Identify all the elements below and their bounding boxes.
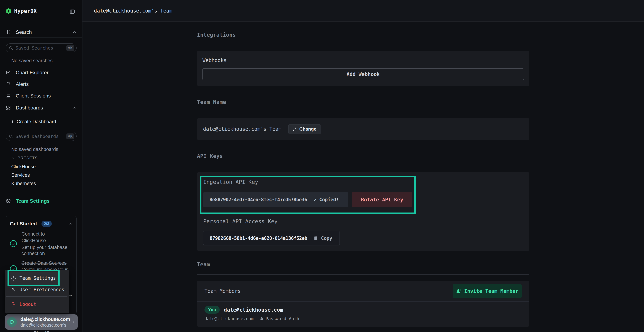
lock-icon [260, 316, 264, 321]
chevron-right-icon [72, 319, 76, 325]
app-title: HyperDX [14, 8, 37, 14]
main-panel: dale@clickhouse.com's Team Integrations … [82, 0, 644, 332]
sidebar-section-search[interactable]: Search [6, 29, 77, 35]
chevron-down-icon [11, 156, 15, 160]
team-members-card: Team Members Invite Team Member [197, 281, 529, 327]
sidebar-item-chart-explorer[interactable]: Chart Explorer [6, 69, 77, 76]
search-section-label: Search [16, 29, 32, 35]
check-icon: ✓ [314, 197, 317, 202]
rotate-api-key-button[interactable]: Rotate API Key [352, 192, 412, 207]
page-header: dale@clickhouse.com's Team [82, 0, 644, 22]
personal-key-box[interactable]: 87982668-58b1-4d6e-a620-014a136f52eb Cop… [203, 231, 340, 246]
preset-item-services[interactable]: Services [11, 172, 30, 178]
menu-item-label: Logout [20, 302, 36, 307]
menu-item-label: User Preferences [20, 287, 64, 292]
ingestion-key-chip[interactable]: 8e887902-4ed7-44ea-8fec-f47cd578be36 ✓ C… [203, 192, 348, 207]
hyperdx-logo-icon [6, 8, 11, 14]
chart-explorer-icon [6, 70, 11, 76]
change-team-name-button[interactable]: Change [288, 124, 320, 134]
sidebar-divider [0, 113, 82, 113]
sidebar-item-alerts[interactable]: Alerts [6, 81, 77, 88]
section-rule [197, 45, 529, 45]
dashboards-icon [6, 105, 11, 111]
cloud-link[interactable]: Cloud? [0, 330, 82, 332]
api-keys-card: Ingestion API Key 8e887902-4ed7-44ea-8fe… [197, 172, 529, 251]
section-team: Team Team Members Invite Team Member [197, 261, 529, 327]
search-icon [9, 134, 13, 139]
ingestion-key-label: Ingestion API Key [203, 179, 523, 185]
get-started-title: Get Started [10, 221, 37, 227]
menu-item-logout[interactable]: Logout [10, 299, 58, 309]
get-started-progress-badge: 2/3 [42, 221, 52, 227]
avatar: D [7, 317, 17, 327]
section-title: Integrations [197, 32, 529, 38]
member-email: dale@clickhouse.com [204, 316, 254, 321]
menu-item-team-settings[interactable]: Team Settings [10, 272, 58, 284]
no-saved-dashboards-note: No saved dashboards [11, 147, 58, 152]
chevron-up-icon [72, 106, 77, 110]
user-account-chip[interactable]: D dale@clickhouse.com dale@clickhouse.co… [5, 314, 78, 330]
app-logo: HyperDX [6, 8, 37, 14]
sidebar-item-label: Alerts [16, 82, 29, 87]
section-title: Team [197, 261, 529, 268]
copy-button-label: Copy [321, 236, 332, 241]
cmd-k-shortcut: ⌘K [66, 45, 74, 51]
user-email: dale@clickhouse.com [20, 316, 70, 322]
presets-label: PRESETS [18, 156, 38, 160]
laptop-icon [6, 93, 11, 99]
copied-label: Copied! [319, 197, 339, 202]
search-icon [9, 46, 13, 50]
saved-dashboards-input[interactable]: Saved Dashboards ⌘K [6, 132, 76, 141]
user-team: dale@clickhouse.com's [20, 322, 70, 328]
team-members-title: Team Members [204, 288, 240, 294]
dashboards-section-label: Dashboards [16, 105, 43, 111]
section-title: API Keys [197, 153, 529, 160]
saved-searches-input[interactable]: Saved Searches ⌘K [6, 44, 76, 52]
gear-icon [11, 276, 16, 281]
menu-item-user-preferences[interactable]: User Preferences [10, 284, 58, 294]
invite-button-label: Invite Team Member [464, 288, 518, 294]
user-menu: Team Settings User Preferences [5, 270, 70, 313]
presets-toggle[interactable]: PRESETS [11, 156, 38, 160]
get-started-item-2-title[interactable]: Create Data Sources [22, 260, 73, 266]
cmd-k-shortcut: ⌘K [66, 134, 74, 139]
webhooks-title: Webhooks [202, 58, 524, 63]
no-saved-searches-note: No saved searches [11, 58, 52, 64]
team-name-value: dale@clickhouse.com's Team [203, 126, 282, 132]
gear-icon [6, 198, 11, 204]
user-gear-icon [11, 287, 16, 292]
sidebar-item-team-settings[interactable]: Team Settings [6, 198, 50, 204]
add-webhook-button[interactable]: Add Webhook [202, 68, 524, 80]
team-member-row: You dale@clickhouse.com dale@clickhouse.… [197, 302, 529, 321]
logout-icon [11, 302, 16, 307]
ingestion-key-value: 8e887902-4ed7-44ea-8fec-f47cd578be36 [210, 197, 307, 202]
user-plus-icon [456, 288, 461, 294]
member-name: dale@clickhouse.com [224, 307, 283, 313]
sidebar: HyperDX Search Saved Searches ⌘K [0, 0, 82, 332]
change-button-label: Change [299, 126, 316, 132]
create-dashboard-label: Create Dashboard [17, 119, 56, 124]
section-rule [197, 166, 529, 166]
create-dashboard-button[interactable]: Create Dashboard [10, 119, 56, 124]
plus-icon [10, 120, 15, 124]
section-api-keys: API Keys Ingestion API Key 8e887902-4ed7… [197, 153, 529, 251]
invite-team-member-button[interactable]: Invite Team Member [452, 284, 522, 298]
chevron-up-icon [72, 30, 77, 34]
section-title: Team Name [197, 99, 529, 106]
chevron-up-icon[interactable] [68, 222, 73, 226]
get-started-item-1-title[interactable]: Connect to ClickHouse [22, 231, 57, 244]
preset-item-kubernetes[interactable]: Kubernetes [11, 181, 36, 186]
saved-searches-placeholder: Saved Searches [16, 46, 53, 50]
team-settings-label: Team Settings [16, 198, 50, 204]
page-title: dale@clickhouse.com's Team [94, 8, 172, 14]
webhooks-card: Webhooks Add Webhook [197, 51, 529, 86]
menu-item-label: Team Settings [20, 276, 56, 281]
you-badge: You [204, 306, 220, 314]
sidebar-section-dashboards[interactable]: Dashboards [6, 105, 77, 111]
sidebar-item-client-sessions[interactable]: Client Sessions [6, 92, 77, 100]
team-name-card: dale@clickhouse.com's Team Change [197, 118, 529, 140]
get-started-item-1-desc: Set up your database connection [22, 244, 72, 256]
sidebar-collapse-icon[interactable] [70, 9, 75, 14]
preset-item-clickhouse[interactable]: ClickHouse [11, 164, 36, 170]
pencil-icon [293, 127, 297, 131]
